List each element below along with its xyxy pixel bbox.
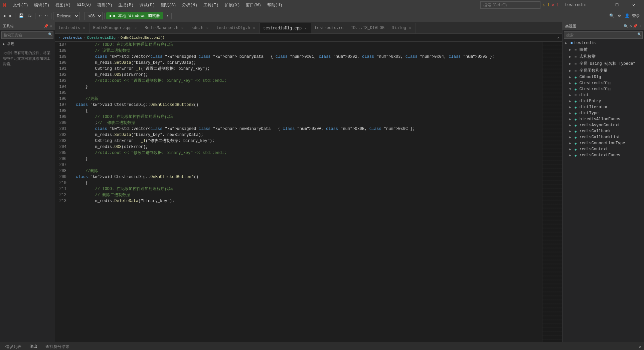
- menu-window[interactable]: 窗口(W): [243, 2, 264, 9]
- tree-item-globals[interactable]: ▶ ≡ 全局函数和变量: [562, 67, 644, 74]
- minimize-button[interactable]: ─: [593, 0, 608, 10]
- class-view-search-icon[interactable]: 🔍: [624, 24, 628, 28]
- output-panel-close[interactable]: ✕: [638, 344, 643, 350]
- tab-redismanager-h[interactable]: RedisManager.h ✕: [141, 23, 188, 33]
- menu-analyze[interactable]: 分析(N): [179, 2, 200, 9]
- tab-testredis[interactable]: testredis ✕: [55, 23, 90, 33]
- tree-item-dictiterator[interactable]: ▶ ◆ dictIterator: [562, 104, 644, 110]
- toolbar-back[interactable]: ◀: [1, 12, 7, 19]
- toolbar-save-all[interactable]: 🗂: [26, 12, 33, 19]
- toolbox-close-icon[interactable]: ✕: [50, 24, 52, 28]
- toolbar-redo[interactable]: ↪: [44, 12, 49, 19]
- toolbox-search-section: 🔍: [0, 30, 55, 40]
- tab-close-rm-h[interactable]: ✕: [180, 26, 184, 30]
- toolbox-section-common[interactable]: ▶ 常规: [0, 40, 55, 48]
- maximize-button[interactable]: □: [609, 0, 625, 10]
- tree-label-rediscallback: redisCallback: [580, 129, 611, 134]
- code-line: m_redis.DeleteData("binary_key");: [74, 198, 539, 204]
- tree-item-usings[interactable]: ▶ ≡ 全局 Using 别名和 Typedef: [562, 60, 644, 67]
- toolbar-undo[interactable]: ↩: [37, 12, 43, 19]
- tree-item-dict[interactable]: ▶ ≡ dict: [562, 92, 644, 98]
- code-line: //更新: [74, 96, 539, 102]
- class-view-close-icon[interactable]: +: [639, 24, 641, 28]
- tree-icon-macros: ≡: [575, 55, 577, 59]
- tab-errors[interactable]: 错误列表: [1, 342, 25, 350]
- tree-item-ctestredisdlg-2[interactable]: ▼ ◆ CtestredisDlg: [562, 86, 644, 92]
- tab-close-dlg-h[interactable]: ✕: [252, 26, 256, 30]
- tree-item-hiredisalloc[interactable]: ▶ ◆ hiredisAllocFuncs: [562, 116, 644, 122]
- tree-item-caboutdlg[interactable]: ▶ ◆ CAboutDlg: [562, 74, 644, 80]
- platform-dropdown[interactable]: x86 x64: [85, 12, 103, 20]
- toolbox-search-input[interactable]: [1, 31, 53, 39]
- class-view-settings-icon[interactable]: ⚙: [630, 24, 632, 28]
- tree-toggle-usings: ▶: [569, 62, 573, 66]
- menu-file[interactable]: 文件(F): [10, 2, 31, 9]
- toolbar-sep-3: [51, 13, 51, 19]
- tab-testredisdlg-cpp[interactable]: testredisDlg.cpp ✕: [260, 23, 311, 33]
- tree-item-rediscontextfuncs[interactable]: ▶ ◆ redisContextFuncs: [562, 152, 644, 158]
- title-search-input[interactable]: [480, 1, 540, 9]
- tree-icon-dictiterator: ◆: [575, 105, 577, 110]
- tree-toggle-dictentry: ▶: [569, 99, 573, 103]
- menu-debug[interactable]: 调试(D): [137, 2, 158, 9]
- line-number: 190: [55, 60, 69, 66]
- tab-close-testredis[interactable]: ✕: [82, 26, 86, 30]
- tab-close-dlg-cpp[interactable]: ✕: [304, 26, 308, 31]
- code-editor[interactable]: // TODO: 在此添加控件通知处理程序代码 // 设置二进制数据 class…: [72, 42, 539, 342]
- class-view-pin-icon[interactable]: 📌: [633, 24, 638, 28]
- tree-root-testredis[interactable]: ▶ ■ testredis: [562, 40, 644, 46]
- tree-item-rediscallback[interactable]: ▶ ◆ redisCallback: [562, 128, 644, 134]
- tree-item-rediscontext[interactable]: ▶ ◆ redisContext: [562, 146, 644, 152]
- tree-item-macros[interactable]: ▶ ≡ 宏和枚举: [562, 53, 644, 60]
- menu-test[interactable]: 测试(S): [158, 2, 179, 9]
- toolbar-search[interactable]: 🔍: [608, 12, 616, 19]
- tab-rc[interactable]: testredis.rc - ID...IS_DIALOG - Dialog ✕: [311, 23, 416, 33]
- class-view-panel: 类视图 🔍 ⚙ 📌 + 🔍 ▶ ■ testredis ▶ ≡: [562, 22, 644, 342]
- tab-sds-h[interactable]: sds.h ✕: [188, 23, 213, 33]
- menu-project[interactable]: 项目(P): [95, 2, 115, 9]
- code-scrollbar-vertical[interactable]: [539, 42, 542, 342]
- tab-close-rm-cpp[interactable]: ✕: [134, 26, 138, 30]
- menu-view[interactable]: 视图(V): [53, 2, 73, 9]
- config-dropdown[interactable]: Release Debug: [53, 12, 79, 20]
- run-button[interactable]: ▶ ▶ 本地 Windows 调试器: [106, 12, 163, 19]
- tab-testredisdlg-h[interactable]: testredisDlg.h ✕: [213, 23, 260, 33]
- menu-edit[interactable]: 编辑(E): [31, 2, 52, 9]
- tree-item-rediscallbacklist[interactable]: ▶ ◆ redisCallbackList: [562, 134, 644, 140]
- tree-item-ctestredisdlg-app[interactable]: ▶ ◆ CtestredisDlg: [562, 80, 644, 86]
- class-view-search-input[interactable]: [564, 31, 643, 39]
- tree-label-macros: 宏和枚举: [580, 54, 596, 59]
- menu-tools[interactable]: 工具(T): [201, 2, 221, 9]
- tree-label-dictiterator: dictIterator: [580, 105, 608, 110]
- code-line: }: [74, 156, 539, 162]
- tree-item-redisasync[interactable]: ▶ ◆ redisAsyncContext: [562, 122, 644, 128]
- line-number: 188: [55, 48, 69, 54]
- tree-item-dicttype[interactable]: ▶ ◆ dictType: [562, 110, 644, 116]
- attach-button[interactable]: ⇢: [164, 12, 170, 19]
- tab-close-sds[interactable]: ✕: [205, 26, 209, 30]
- editor-area: testredis ✕ RedisManager.cpp ✕ RedisMana…: [55, 22, 562, 342]
- tree-item-dictentry[interactable]: ▶ ◆ dictEntry: [562, 98, 644, 104]
- menu-build[interactable]: 生成(B): [116, 2, 136, 9]
- menu-extensions[interactable]: 扩展(X): [222, 2, 243, 9]
- tree-label-dict: dict: [580, 93, 589, 98]
- close-breadcrumb-icon[interactable]: ✕: [557, 35, 559, 40]
- tree-item-redisconnectiontype[interactable]: ▶ ◆ redisConnectionType: [562, 140, 644, 146]
- toolbox-pin-icon[interactable]: 📌: [44, 24, 48, 28]
- menu-help[interactable]: 帮助(H): [265, 2, 285, 9]
- toolbar-account[interactable]: 👤: [623, 12, 631, 19]
- tab-redismanager-cpp[interactable]: RedisManager.cpp ✕: [90, 23, 141, 33]
- toolbar-forward[interactable]: ▶: [8, 12, 13, 19]
- tree-icon-rediscontext: ◆: [575, 147, 577, 152]
- tree-item-mapping[interactable]: ▶ ≡ 映射: [562, 46, 644, 53]
- tab-label: sds.h: [191, 26, 203, 30]
- line-number: 212: [55, 192, 69, 198]
- tree-label-caboutdlg: CAboutDlg: [580, 75, 601, 79]
- menu-git[interactable]: Git(G): [74, 2, 94, 9]
- tab-find-symbols[interactable]: 查找符号结果: [41, 342, 73, 350]
- close-button[interactable]: ✕: [626, 0, 641, 10]
- tab-output[interactable]: 输出: [25, 342, 41, 350]
- tab-close-rc[interactable]: ✕: [408, 26, 412, 30]
- toolbar-save[interactable]: 💾: [17, 12, 25, 19]
- toolbar-settings[interactable]: ⚙: [617, 12, 622, 19]
